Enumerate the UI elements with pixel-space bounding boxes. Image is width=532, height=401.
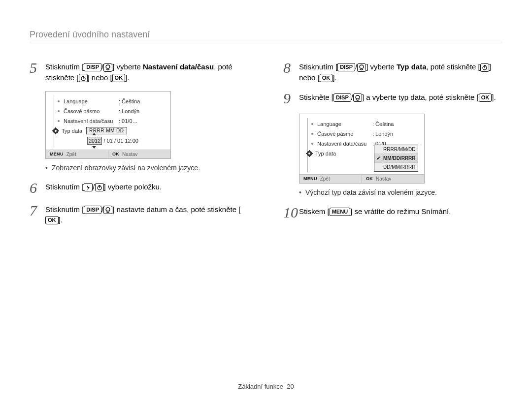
- step-text: Stisknutím [/] vyberte položku.: [45, 181, 162, 192]
- menu-key: MENU: [330, 208, 350, 216]
- disp-key: DISP: [337, 63, 355, 71]
- step-text: Stisknutím [DISP/] vyberte Nastavení dat…: [45, 61, 249, 83]
- gear-icon: [305, 150, 313, 157]
- status-bar: MENUZpět OKNastav: [299, 174, 424, 183]
- disp-key: DISP: [84, 63, 101, 71]
- macro-icon: [357, 63, 366, 72]
- datetype-option-selected[interactable]: MM/DD/RRRR: [374, 154, 418, 163]
- menu-datetype-label: Typ data: [315, 151, 340, 156]
- datetype-option[interactable]: DD/MM/RRRR: [374, 163, 418, 171]
- menu-datetime-label: Nastavení data/času: [64, 118, 119, 124]
- svg-rect-3: [55, 127, 56, 129]
- datetype-option[interactable]: RRRR/MM/DD: [374, 145, 418, 154]
- note-right: Výchozí typ data závisí na voleném jazyc…: [299, 188, 502, 196]
- svg-rect-12: [309, 155, 310, 157]
- svg-rect-5: [52, 130, 54, 131]
- flash-icon: [84, 183, 93, 191]
- ok-key: OK: [45, 216, 59, 224]
- step-10: 10 Stiskem [MENU] se vrátíte do režimu S…: [283, 205, 502, 220]
- svg-rect-13: [306, 153, 307, 154]
- disp-key: DISP: [333, 93, 351, 102]
- ok-key: OK: [479, 93, 492, 102]
- step-7: 7 Stisknutím [DISP/] nastavte datum a ča…: [30, 203, 249, 226]
- left-column: 5 Stisknutím [DISP/] vyberte Nastavení d…: [30, 61, 249, 233]
- step-8: 8 Stisknutím [DISP/] vyberte Typ data, p…: [283, 61, 502, 83]
- step-text: Stisknutím [DISP/] nastavte datum a čas,…: [45, 203, 249, 226]
- gear-icon: [52, 127, 60, 134]
- step-text: Stiskněte [DISP/] a vyberte typ data, po…: [299, 91, 496, 103]
- timer-icon: [95, 183, 104, 191]
- svg-rect-11: [309, 150, 310, 152]
- menu-timezone-label: Časové pásmo: [317, 131, 372, 137]
- macro-icon: [353, 93, 362, 102]
- menu-datetime-label: Nastavení data/času: [317, 141, 372, 147]
- svg-point-2: [55, 130, 57, 132]
- status-bar: MENUZpět OKNastav: [46, 150, 170, 158]
- caret-up-icon[interactable]: [92, 133, 96, 135]
- step-text: Stisknutím [DISP/] vyberte Typ data, pot…: [299, 61, 502, 83]
- disp-key: DISP: [84, 206, 101, 214]
- svg-rect-14: [311, 153, 313, 154]
- timer-icon: [480, 63, 489, 72]
- step-number: 8: [283, 61, 299, 75]
- step-5: 5 Stisknutím [DISP/] vyberte Nastavení d…: [30, 61, 249, 83]
- camera-screen-datetime: Language: Čeština Časové pásmo: Londýn N…: [45, 91, 171, 159]
- camera-screen-datetype: Language: Čeština Časové pásmo: Londýn N…: [299, 114, 425, 184]
- svg-rect-4: [55, 133, 56, 134]
- step-number: 7: [30, 203, 45, 218]
- step-6: 6 Stisknutím [/] vyberte položku.: [30, 181, 249, 195]
- svg-point-10: [308, 153, 310, 154]
- page-header: Provedení úvodního nastavení: [30, 30, 502, 43]
- step-9: 9 Stiskněte [DISP/] a vyberte typ data, …: [283, 91, 502, 106]
- macro-icon: [103, 63, 112, 72]
- step-number: 5: [30, 61, 45, 75]
- datetime-editor[interactable]: 2012 / 01 / 01 12:00: [86, 137, 165, 145]
- step-number: 10: [283, 205, 299, 220]
- step-number: 9: [283, 91, 299, 106]
- year-field[interactable]: 2012: [87, 137, 102, 145]
- caret-down-icon[interactable]: [92, 146, 96, 149]
- ok-key: OK: [112, 74, 126, 82]
- timer-icon: [79, 74, 88, 82]
- menu-language-label: Language: [317, 121, 372, 127]
- step-text: Stiskem [MENU] se vrátíte do režimu Sním…: [299, 205, 451, 217]
- svg-rect-6: [58, 130, 59, 131]
- page-footer: Základní funkce 20: [0, 383, 532, 390]
- menu-datetype-label: Typ data: [62, 128, 86, 134]
- datetype-dropdown[interactable]: RRRR/MM/DD MM/DD/RRRR DD/MM/RRRR: [374, 145, 418, 172]
- menu-language-label: Language: [64, 98, 119, 104]
- step-number: 6: [30, 181, 45, 195]
- note-left: Zobrazení obrazovky závisí na zvoleném j…: [45, 164, 249, 172]
- macro-icon: [103, 206, 112, 214]
- right-column: 8 Stisknutím [DISP/] vyberte Typ data, p…: [283, 61, 502, 233]
- ok-key: OK: [320, 74, 333, 82]
- menu-timezone-label: Časové pásmo: [64, 108, 119, 114]
